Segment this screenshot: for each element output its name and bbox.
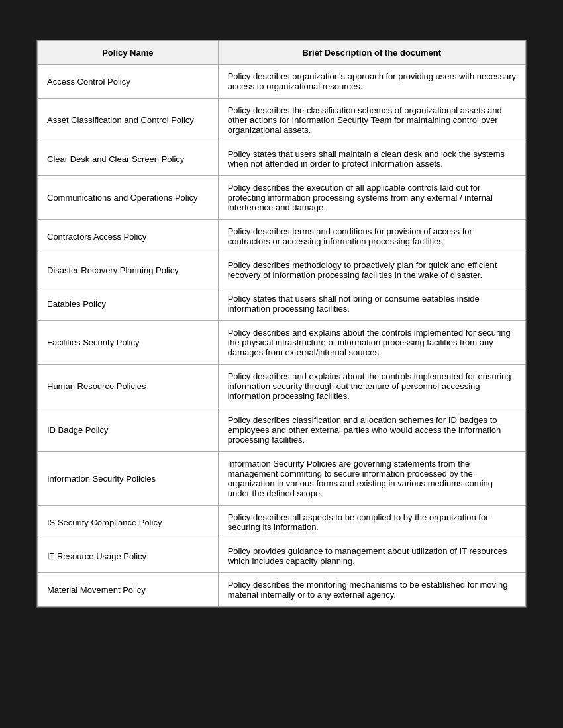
table-row: Material Movement PolicyPolicy describes… [38,573,526,607]
policy-name-cell: Clear Desk and Clear Screen Policy [38,142,219,176]
table-row: Communications and Operations PolicyPoli… [38,176,526,220]
policy-name-cell: Access Control Policy [38,65,219,99]
table-header-row: Policy Name Brief Description of the doc… [38,41,526,65]
table-row: Contractors Access PolicyPolicy describe… [38,220,526,253]
header-description: Brief Description of the document [218,41,525,65]
table-row: ID Badge PolicyPolicy describes classifi… [38,408,526,452]
table-row: Facilities Security PolicyPolicy describ… [38,321,526,365]
policy-name-cell: Asset Classification and Control Policy [38,99,219,142]
policy-name-cell: Contractors Access Policy [38,220,219,253]
policy-description-cell: Policy describes the execution of all ap… [218,176,525,220]
policy-name-cell: ID Badge Policy [38,408,219,452]
policy-description-cell: Policy describes the classification sche… [218,99,525,142]
policy-description-cell: Policy states that users shall maintain … [218,142,525,176]
policy-description-cell: Policy states that users shall not bring… [218,287,525,321]
policy-description-cell: Policy provides guidance to management a… [218,539,525,573]
policy-table: Policy Name Brief Description of the doc… [37,40,526,607]
table-row: Eatables PolicyPolicy states that users … [38,287,526,321]
policy-name-cell: Human Resource Policies [38,365,219,408]
table-row: Information Security PoliciesInformation… [38,452,526,506]
policy-description-cell: Policy describes classification and allo… [218,408,525,452]
policy-description-cell: Policy describes the monitoring mechanis… [218,573,525,607]
table-row: IS Security Compliance PolicyPolicy desc… [38,506,526,539]
policy-name-cell: IT Resource Usage Policy [38,539,219,573]
policy-description-cell: Policy describes and explains about the … [218,321,525,365]
policy-description-cell: Policy describes methodology to proactiv… [218,253,525,287]
table-row: Human Resource PoliciesPolicy describes … [38,365,526,408]
table-row: Disaster Recovery Planning PolicyPolicy … [38,253,526,287]
policy-name-cell: Eatables Policy [38,287,219,321]
table-row: Asset Classification and Control PolicyP… [38,99,526,142]
policy-description-cell: Information Security Policies are govern… [218,452,525,506]
table-row: Access Control PolicyPolicy describes or… [38,65,526,99]
policy-description-cell: Policy describes organization's approach… [218,65,525,99]
table-row: IT Resource Usage PolicyPolicy provides … [38,539,526,573]
policy-description-cell: Policy describes terms and conditions fo… [218,220,525,253]
policy-name-cell: IS Security Compliance Policy [38,506,219,539]
policy-name-cell: Information Security Policies [38,452,219,506]
policy-name-cell: Disaster Recovery Planning Policy [38,253,219,287]
policy-name-cell: Facilities Security Policy [38,321,219,365]
policy-name-cell: Communications and Operations Policy [38,176,219,220]
policy-description-cell: Policy describes and explains about the … [218,365,525,408]
policy-description-cell: Policy describes all aspects to be compl… [218,506,525,539]
table-row: Clear Desk and Clear Screen PolicyPolicy… [38,142,526,176]
header-policy-name: Policy Name [38,41,219,65]
policy-name-cell: Material Movement Policy [38,573,219,607]
policy-table-wrapper: Policy Name Brief Description of the doc… [36,40,527,608]
